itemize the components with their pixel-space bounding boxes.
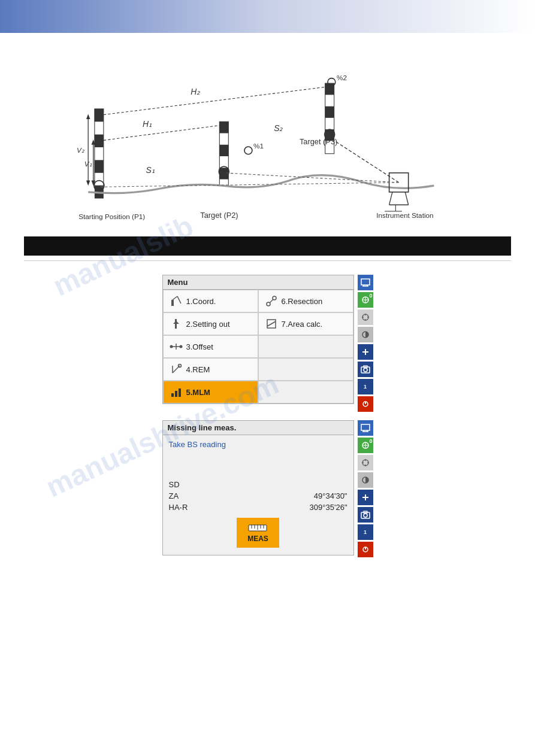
meas-button[interactable]: MEAS	[237, 518, 279, 548]
btn-plus-2[interactable]	[358, 490, 373, 505]
svg-rect-67	[179, 388, 181, 397]
missing-right-buttons: 0 1	[358, 420, 373, 557]
missing-panel-title: Missing line meas.	[163, 421, 353, 435]
svg-line-17	[389, 192, 392, 205]
sd-label: SD	[169, 480, 180, 489]
meas-btn-row: MEAS	[169, 513, 347, 550]
svg-point-110	[364, 514, 367, 517]
btn-screen[interactable]	[358, 275, 373, 290]
svg-rect-13	[325, 107, 334, 118]
menu-item-mlm[interactable]: 5.MLM	[163, 381, 258, 403]
area-calc-icon	[265, 317, 278, 330]
menu-item-rem[interactable]: 4.REM	[163, 358, 258, 381]
take-bs-label: Take BS reading	[169, 440, 347, 449]
menu-item-offset[interactable]: 3.Offset	[163, 335, 258, 358]
menu-panel-title: Menu	[163, 275, 353, 290]
svg-marker-29	[86, 181, 90, 186]
svg-line-53	[270, 299, 273, 303]
btn-contrast-2[interactable]	[358, 472, 373, 488]
svg-rect-48	[171, 300, 174, 306]
svg-line-49	[173, 296, 177, 300]
btn-crosshair-2[interactable]	[358, 455, 373, 470]
menu-item-coord[interactable]: 1.Coord.	[163, 290, 258, 312]
btn-plus[interactable]	[358, 344, 373, 360]
menu-item-empty3	[258, 381, 353, 403]
mlm-icon	[170, 385, 183, 399]
svg-text:Target (P2): Target (P2)	[200, 211, 238, 220]
svg-rect-94	[361, 424, 370, 430]
svg-rect-8	[219, 145, 228, 156]
svg-line-50	[177, 296, 181, 303]
svg-text:S₂: S₂	[274, 123, 283, 133]
svg-rect-65	[171, 393, 174, 397]
btn-crosshair[interactable]	[358, 309, 373, 325]
menu-item-resection[interactable]: 6.Resection	[258, 290, 353, 312]
har-value: 309°35'26"	[310, 503, 347, 512]
menu-item-empty2	[258, 358, 353, 381]
data-row-har: HA-R 309°35'26"	[169, 502, 347, 513]
divider-line	[24, 260, 511, 261]
menu-panel-row: Menu 1.Coord. 6.Resection	[162, 275, 373, 412]
panels-area: Menu 1.Coord. 6.Resection	[0, 266, 535, 575]
svg-text:S₁: S₁	[146, 165, 155, 175]
data-row-sd: SD	[169, 479, 347, 490]
menu-item-empty1	[258, 335, 353, 358]
btn-screen-2[interactable]	[358, 420, 373, 436]
missing-panel: Missing line meas. Take BS reading SD ZA…	[162, 420, 354, 555]
svg-text:Instrument Station: Instrument Station	[376, 211, 433, 219]
svg-text:%1: %1	[253, 142, 264, 150]
svg-text:V₂: V₂	[77, 146, 84, 154]
coord-icon	[170, 294, 183, 308]
section-bar	[24, 236, 511, 256]
za-value: 49°34'30"	[314, 491, 347, 500]
svg-point-84	[364, 368, 367, 372]
btn-num-2[interactable]: 1	[358, 524, 373, 540]
svg-rect-2	[95, 135, 104, 147]
diagram-svg: H₂ H₁ V₂ V₁ S₁ S₂ %1 %2 Target (P2) Targ…	[36, 45, 499, 230]
svg-text:V₁: V₁	[84, 160, 92, 168]
svg-point-58	[170, 345, 173, 348]
resection-icon	[265, 294, 278, 308]
svg-rect-3	[95, 160, 104, 172]
menu-right-buttons: 0 1	[358, 275, 373, 412]
rem-icon	[170, 363, 183, 376]
menu-item-setting-out[interactable]: 2.Setting out	[163, 312, 258, 335]
setting-out-icon	[170, 317, 183, 330]
svg-rect-1	[95, 109, 104, 122]
svg-text:H₁: H₁	[143, 119, 152, 129]
svg-text:%2: %2	[337, 74, 347, 81]
svg-line-18	[405, 192, 408, 205]
offset-icon	[170, 340, 183, 353]
svg-rect-68	[361, 279, 370, 285]
btn-power[interactable]	[358, 396, 373, 412]
svg-text:Starting Position (P1): Starting Position (P1)	[78, 212, 145, 220]
har-label: HA-R	[169, 503, 188, 512]
menu-grid: 1.Coord. 6.Resection 2.Setting out	[163, 290, 353, 403]
missing-content: Take BS reading SD ZA 49°34'30" HA-R 309…	[163, 435, 353, 555]
btn-camera[interactable]	[358, 362, 373, 377]
svg-line-21	[224, 173, 399, 183]
svg-line-57	[267, 321, 276, 326]
btn-power-2[interactable]	[358, 542, 373, 557]
ruler-icon	[248, 523, 267, 533]
menu-item-area-calc[interactable]: 7.Area calc.	[258, 312, 353, 335]
svg-text:Target (P3): Target (P3)	[300, 137, 337, 146]
svg-text:H₂: H₂	[191, 87, 200, 96]
btn-contrast[interactable]	[358, 327, 373, 342]
svg-line-25	[99, 125, 223, 141]
svg-rect-7	[219, 122, 228, 133]
svg-marker-28	[86, 114, 90, 119]
svg-rect-66	[175, 391, 177, 397]
btn-num[interactable]: 1	[358, 379, 373, 394]
data-row-za: ZA 49°34'30"	[169, 490, 347, 502]
svg-marker-55	[173, 321, 179, 324]
svg-rect-9	[219, 168, 228, 179]
btn-signal-2[interactable]: 0	[358, 438, 373, 453]
header-bar	[0, 0, 535, 33]
menu-panel: Menu 1.Coord. 6.Resection	[162, 275, 354, 404]
btn-camera-2[interactable]	[358, 507, 373, 523]
btn-signal[interactable]: 0	[358, 292, 373, 308]
svg-line-23	[99, 86, 330, 115]
za-label: ZA	[169, 491, 179, 500]
missing-panel-row: Missing line meas. Take BS reading SD ZA…	[162, 420, 373, 557]
